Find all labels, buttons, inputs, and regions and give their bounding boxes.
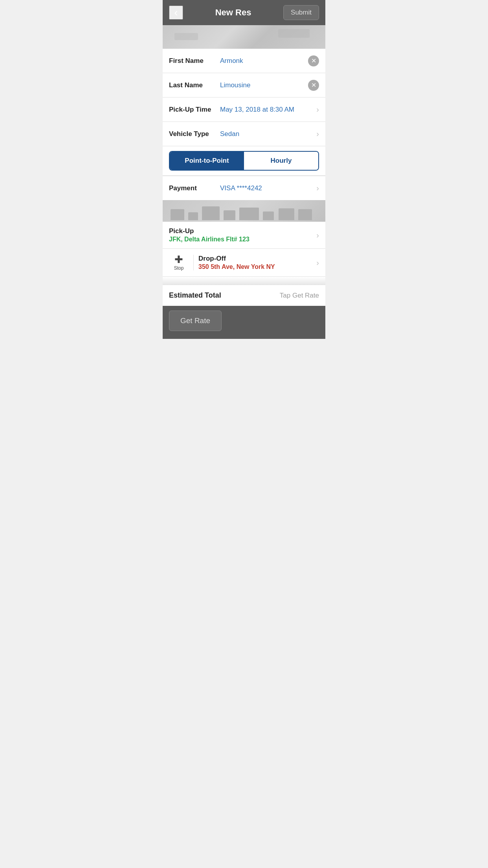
dropoff-label: Drop-Off <box>198 255 316 263</box>
estimated-total-value[interactable]: Tap Get Rate <box>280 292 319 300</box>
hourly-toggle-button[interactable]: Hourly <box>244 152 318 170</box>
pickup-time-label: Pick-Up Time <box>169 106 220 114</box>
trip-type-toggle-container: Point-to-Point Hourly <box>163 146 325 176</box>
pickup-time-row[interactable]: Pick-Up Time May 13, 2018 at 8:30 AM › <box>163 97 325 122</box>
stop-label: Stop <box>174 265 184 271</box>
first-name-value[interactable]: Armonk <box>220 57 308 65</box>
vehicle-type-value: Sedan <box>220 130 316 138</box>
vehicle-type-label: Vehicle Type <box>169 130 220 138</box>
pickup-content: Pick-Up JFK, Delta Airlines Flt# 123 <box>169 227 316 243</box>
pickup-time-chevron-icon: › <box>316 105 319 114</box>
vehicle-type-chevron-icon: › <box>316 129 319 138</box>
bottom-bar: Get Rate <box>163 306 325 339</box>
payment-chevron-icon: › <box>316 184 319 193</box>
dropoff-chevron-icon: › <box>316 258 319 267</box>
stop-icon-container[interactable]: ✚ Stop <box>169 254 189 271</box>
page-title: New Res <box>183 7 283 18</box>
dropoff-content: Drop-Off 350 5th Ave, New York NY <box>193 255 316 270</box>
location-section: Pick-Up JFK, Delta Airlines Flt# 123 › ✚… <box>163 222 325 277</box>
estimated-total-section: Estimated Total Tap Get Rate <box>163 285 325 306</box>
last-name-row: Last Name Limousine ✕ <box>163 73 325 97</box>
payment-label: Payment <box>169 184 220 192</box>
trip-type-toggle-group: Point-to-Point Hourly <box>169 151 319 171</box>
dropoff-value: 350 5th Ave, New York NY <box>198 263 316 270</box>
pickup-label: Pick-Up <box>169 227 316 235</box>
clear-first-name-button[interactable]: ✕ <box>308 55 319 66</box>
dropoff-row[interactable]: ✚ Stop Drop-Off 350 5th Ave, New York NY… <box>163 249 325 277</box>
estimated-total-label: Estimated Total <box>169 291 221 300</box>
pickup-row[interactable]: Pick-Up JFK, Delta Airlines Flt# 123 › <box>163 222 325 249</box>
submit-button[interactable]: Submit <box>283 5 319 20</box>
pickup-time-value: May 13, 2018 at 8:30 AM <box>220 106 316 114</box>
payment-value: VISA ****4242 <box>220 184 316 192</box>
stop-pin-icon: ✚ <box>174 254 183 265</box>
vehicle-type-row[interactable]: Vehicle Type Sedan › <box>163 122 325 146</box>
first-name-label: First Name <box>169 57 220 65</box>
map-preview-top <box>163 25 325 49</box>
pickup-value: JFK, Delta Airlines Flt# 123 <box>169 236 316 243</box>
get-rate-button[interactable]: Get Rate <box>169 311 222 331</box>
pickup-chevron-icon: › <box>316 231 319 240</box>
payment-row[interactable]: Payment VISA ****4242 › <box>163 176 325 200</box>
scroll-hint <box>163 277 325 285</box>
last-name-label: Last Name <box>169 81 220 89</box>
first-name-row: First Name Armonk ✕ <box>163 49 325 73</box>
form-section: First Name Armonk ✕ Last Name Limousine … <box>163 49 325 200</box>
back-button[interactable]: ‹ <box>169 6 183 20</box>
clear-last-name-button[interactable]: ✕ <box>308 80 319 91</box>
app-header: ‹ New Res Submit <box>163 0 325 25</box>
point-to-point-toggle-button[interactable]: Point-to-Point <box>170 152 244 170</box>
map-preview-middle <box>163 200 325 222</box>
last-name-value[interactable]: Limousine <box>220 81 308 89</box>
